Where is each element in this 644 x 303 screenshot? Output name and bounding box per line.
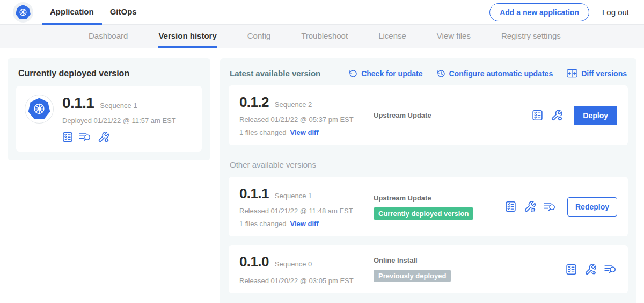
tab-application[interactable]: Application <box>42 0 102 25</box>
available-versions-panel: Latest available version Check for updat… <box>220 58 636 303</box>
app-subnav: Dashboard Version history Config Trouble… <box>0 25 644 48</box>
configure-automatic-updates-link[interactable]: Configure automatic updates <box>437 69 553 78</box>
subtab-license[interactable]: License <box>378 25 406 48</box>
app-kubernetes-icon <box>25 95 54 124</box>
auto-update-clock-icon <box>437 69 445 78</box>
currently-deployed-badge: Currently deployed version <box>374 207 473 220</box>
version-card-0-1-0: 0.1.0 Sequence 0 Released 01/20/22 @ 03:… <box>229 245 628 293</box>
preflight-checks-icon[interactable] <box>566 264 577 275</box>
currently-deployed-panel: Currently deployed version 0.1.1 Sequenc… <box>8 58 210 160</box>
redeploy-button[interactable]: Redeploy <box>567 197 617 217</box>
deploy-logs-icon[interactable] <box>604 264 617 275</box>
top-nav-right: Add a new application Log out <box>489 3 629 21</box>
released-timestamp: Released 01/21/22 @ 05:37 pm EST <box>239 116 374 124</box>
edit-config-icon[interactable] <box>551 109 563 121</box>
files-changed-label: 1 files changed <box>239 128 286 136</box>
deployed-timestamp: Deployed 01/21/22 @ 11:57 am EST <box>62 117 176 125</box>
version-source: Online Install Previously deployed <box>374 256 566 282</box>
subtab-dashboard[interactable]: Dashboard <box>89 25 128 48</box>
deploy-logs-icon[interactable] <box>544 201 557 212</box>
configure-automatic-updates-label: Configure automatic updates <box>449 69 553 78</box>
released-timestamp: Released 01/21/22 @ 11:48 am EST <box>239 207 374 215</box>
version-number: 0.1.2 <box>239 94 269 111</box>
version-source: Upstream Update <box>374 111 532 119</box>
subtab-view-files[interactable]: View files <box>437 25 471 48</box>
latest-available-title: Latest available version <box>230 69 320 78</box>
main-content: Currently deployed version 0.1.1 Sequenc… <box>0 48 644 303</box>
check-for-update-label: Check for update <box>361 69 422 78</box>
diff-versions-link[interactable]: Diff versions <box>567 69 627 78</box>
refresh-icon <box>349 69 357 78</box>
subtab-registry-settings[interactable]: Registry settings <box>501 25 561 48</box>
other-versions-title: Other available versions <box>230 160 627 169</box>
top-tabs: Application GitOps <box>42 0 145 25</box>
version-number: 0.1.1 <box>239 185 269 202</box>
source-label: Upstream Update <box>374 194 505 202</box>
preflight-checks-icon[interactable] <box>532 110 543 121</box>
check-for-update-link[interactable]: Check for update <box>349 69 422 78</box>
files-changed-label: 1 files changed <box>239 220 286 228</box>
top-nav: Application GitOps Add a new application… <box>0 0 644 25</box>
source-label: Online Install <box>374 256 566 264</box>
deployed-info: 0.1.1 Sequence 1 Deployed 01/21/22 @ 11:… <box>62 95 176 143</box>
version-card-0-1-1: 0.1.1 Sequence 1 Released 01/21/22 @ 11:… <box>229 177 628 236</box>
edit-config-icon[interactable] <box>98 131 109 143</box>
view-diff-link[interactable]: View diff <box>290 220 318 228</box>
sequence-label: Sequence 0 <box>275 260 312 268</box>
deployed-panel-title: Currently deployed version <box>18 69 200 78</box>
version-number: 0.1.0 <box>239 254 269 270</box>
add-application-button[interactable]: Add a new application <box>489 3 589 21</box>
diff-icon <box>567 69 577 78</box>
kubernetes-logo-icon[interactable] <box>13 2 33 23</box>
version-info: 0.1.1 Sequence 1 Released 01/21/22 @ 11:… <box>239 185 374 228</box>
sequence-label: Sequence 2 <box>275 100 312 109</box>
subtab-version-history[interactable]: Version history <box>158 25 216 48</box>
deploy-button[interactable]: Deploy <box>574 106 617 125</box>
deployed-version-card: 0.1.1 Sequence 1 Deployed 01/21/22 @ 11:… <box>16 86 202 152</box>
preflight-checks-icon[interactable] <box>62 132 73 142</box>
version-source: Upstream Update Currently deployed versi… <box>374 194 505 220</box>
view-diff-link[interactable]: View diff <box>290 128 318 136</box>
previously-deployed-badge: Previously deployed <box>374 270 451 282</box>
edit-config-icon[interactable] <box>524 200 536 213</box>
subtab-config[interactable]: Config <box>247 25 270 48</box>
sequence-label: Sequence 1 <box>275 192 312 200</box>
version-info: 0.1.0 Sequence 0 Released 01/20/22 @ 03:… <box>239 254 374 285</box>
source-label: Upstream Update <box>374 111 532 119</box>
view-config-icon[interactable] <box>584 263 597 276</box>
deployed-sequence-label: Sequence 1 <box>100 102 137 110</box>
deployed-version-number: 0.1.1 <box>62 95 94 112</box>
version-info: 0.1.2 Sequence 2 Released 01/21/22 @ 05:… <box>239 94 374 136</box>
deploy-logs-icon[interactable] <box>79 132 92 142</box>
logout-link[interactable]: Log out <box>602 8 629 17</box>
subtab-troubleshoot[interactable]: Troubleshoot <box>301 25 348 48</box>
version-card-0-1-2: 0.1.2 Sequence 2 Released 01/21/22 @ 05:… <box>229 85 628 145</box>
preflight-checks-icon[interactable] <box>505 201 516 212</box>
tab-gitops[interactable]: GitOps <box>102 0 145 25</box>
released-timestamp: Released 01/20/22 @ 03:05 pm EST <box>239 277 374 285</box>
diff-versions-label: Diff versions <box>581 69 627 78</box>
